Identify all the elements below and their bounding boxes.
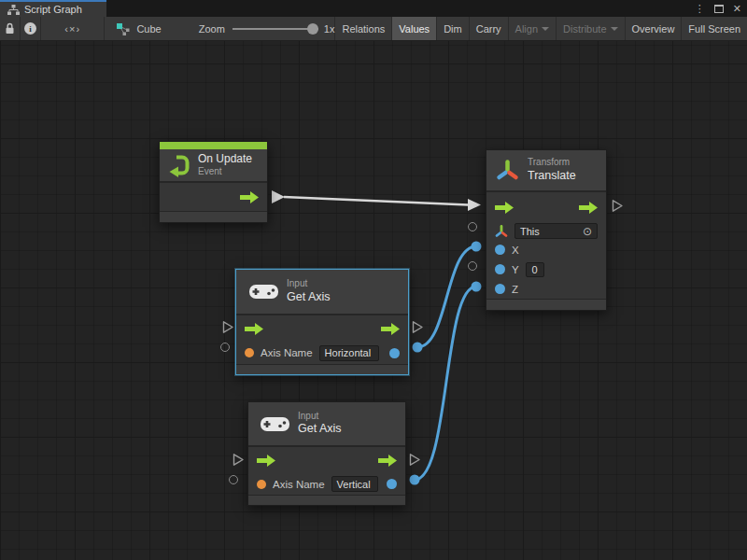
align-dropdown[interactable]: Align bbox=[509, 17, 557, 40]
exec-input-port[interactable] bbox=[233, 453, 245, 467]
exec-output-port-filled[interactable] bbox=[272, 190, 285, 203]
transform-port-icon[interactable] bbox=[495, 225, 508, 238]
axis-name-label: Axis Name bbox=[273, 479, 325, 490]
values-button[interactable]: Values bbox=[392, 17, 437, 40]
exec-output-port[interactable] bbox=[409, 453, 421, 467]
close-button[interactable]: ✕ bbox=[733, 3, 741, 15]
axis-name-value: Horizontal bbox=[325, 347, 372, 358]
target-field[interactable]: This ⊙ bbox=[514, 223, 598, 239]
object-picker-icon[interactable]: ⊙ bbox=[583, 226, 592, 237]
exec-input-arrow-icon[interactable] bbox=[495, 202, 514, 214]
axis-name-outer-port[interactable] bbox=[220, 343, 230, 352]
node-header: Transform Translate bbox=[486, 150, 606, 192]
exec-input-arrow-icon[interactable] bbox=[257, 455, 275, 467]
carry-button[interactable]: Carry bbox=[470, 17, 509, 40]
graph-canvas[interactable]: On Update Event Transform bbox=[0, 41, 747, 560]
align-label: Align bbox=[515, 23, 538, 35]
target-value: This bbox=[520, 226, 540, 237]
target-row: This ⊙ bbox=[486, 222, 606, 240]
value-inspection-toggle[interactable]: ‹×› bbox=[41, 17, 105, 40]
exec-row bbox=[248, 447, 405, 473]
window-controls: ⋮ ✕ bbox=[695, 0, 741, 17]
carry-label: Carry bbox=[476, 23, 501, 35]
wire-endpoint-dot[interactable] bbox=[472, 242, 482, 252]
wire-endpoint-dot[interactable] bbox=[410, 475, 420, 485]
axis-output-port[interactable] bbox=[389, 348, 400, 358]
node-on-update[interactable]: On Update Event bbox=[159, 141, 268, 223]
axis-name-field[interactable]: Horizontal bbox=[319, 345, 379, 361]
maximize-button[interactable] bbox=[714, 5, 724, 13]
dim-button[interactable]: Dim bbox=[437, 17, 470, 40]
wire-arrowhead-icon bbox=[468, 199, 481, 211]
exec-output-arrow-icon[interactable] bbox=[579, 202, 598, 214]
axis-name-field[interactable]: Vertical bbox=[331, 476, 378, 492]
exec-row bbox=[160, 183, 267, 211]
values-label: Values bbox=[399, 23, 430, 35]
chevron-down-icon bbox=[542, 27, 549, 31]
exec-output-arrow-icon[interactable] bbox=[378, 455, 397, 467]
axis-output-port[interactable] bbox=[387, 479, 397, 489]
exec-row bbox=[486, 192, 606, 222]
node-footer bbox=[248, 495, 405, 505]
node-title: Get Axis bbox=[287, 290, 331, 305]
dim-label: Dim bbox=[444, 23, 462, 35]
node-title: Translate bbox=[528, 169, 576, 184]
gamepad-icon bbox=[249, 283, 278, 301]
axis-name-outer-port[interactable] bbox=[229, 475, 238, 484]
titlebar: Script Graph ⋮ ✕ bbox=[0, 0, 747, 17]
overview-button[interactable]: Overview bbox=[626, 17, 683, 40]
port-row-y: Y 0 bbox=[486, 259, 606, 279]
z-label: Z bbox=[512, 284, 518, 295]
tab-script-graph[interactable]: Script Graph bbox=[0, 0, 106, 17]
graph-reference-label[interactable]: Cube bbox=[136, 23, 161, 35]
y-port[interactable] bbox=[495, 264, 505, 274]
value-row: Axis Name Vertical bbox=[248, 473, 405, 495]
zoom-slider[interactable] bbox=[233, 23, 318, 35]
full-screen-button[interactable]: Full Screen bbox=[682, 17, 747, 40]
y-value-field[interactable]: 0 bbox=[526, 262, 544, 277]
axis-name-value: Vertical bbox=[337, 479, 371, 490]
node-get-axis-vertical[interactable]: Input Get Axis Axis Name Vertical bbox=[247, 401, 406, 506]
node-subtitle: Event bbox=[198, 166, 252, 178]
full-screen-label: Full Screen bbox=[688, 23, 740, 35]
exec-output-port[interactable] bbox=[612, 199, 624, 213]
distribute-dropdown[interactable]: Distribute bbox=[557, 17, 625, 40]
zoom-label: Zoom bbox=[199, 23, 225, 35]
event-accent-bar bbox=[160, 142, 267, 149]
wire-endpoint-dot[interactable] bbox=[413, 343, 423, 353]
relations-label: Relations bbox=[342, 23, 385, 35]
axis-name-port[interactable] bbox=[257, 480, 266, 489]
exec-input-port[interactable] bbox=[222, 320, 234, 334]
value-row: Axis Name Horizontal bbox=[236, 342, 408, 364]
node-category: Input bbox=[287, 278, 331, 290]
zoom-slider-track bbox=[233, 28, 318, 30]
relations-button[interactable]: Relations bbox=[335, 17, 392, 40]
wire-exec-onupdate-translate bbox=[284, 197, 468, 205]
node-title: On Update bbox=[198, 152, 252, 166]
y-outer-port[interactable] bbox=[468, 261, 477, 271]
wire-endpoint-dot[interactable] bbox=[472, 282, 482, 292]
z-port[interactable] bbox=[495, 284, 505, 294]
distribute-label: Distribute bbox=[563, 23, 606, 35]
x-port[interactable] bbox=[495, 245, 505, 255]
transform-icon bbox=[496, 159, 519, 182]
node-transform-translate[interactable]: Transform Translate This bbox=[486, 149, 607, 311]
window-menu-button[interactable]: ⋮ bbox=[695, 3, 705, 15]
exec-output-arrow-icon[interactable] bbox=[381, 323, 400, 335]
zoom-value: 1x bbox=[324, 23, 335, 35]
axis-name-port[interactable] bbox=[245, 348, 254, 357]
port-row-x: X bbox=[486, 240, 606, 259]
exec-output-port[interactable] bbox=[412, 320, 424, 334]
lock-button[interactable] bbox=[0, 17, 21, 40]
graph-hierarchy-icon bbox=[7, 5, 20, 15]
wire-horizontal-to-x bbox=[417, 246, 476, 347]
node-header: Input Get Axis bbox=[248, 402, 405, 447]
target-outer-port[interactable] bbox=[468, 222, 477, 231]
code-toggle-icon: ‹×› bbox=[64, 23, 80, 35]
info-button[interactable]: i bbox=[21, 17, 41, 40]
port-row-z: Z bbox=[486, 279, 606, 299]
node-get-axis-horizontal[interactable]: Input Get Axis Axis Name Horizontal bbox=[235, 269, 409, 375]
zoom-slider-handle[interactable] bbox=[307, 23, 318, 35]
exec-output-arrow-icon[interactable] bbox=[240, 191, 259, 203]
exec-input-arrow-icon[interactable] bbox=[245, 323, 263, 335]
